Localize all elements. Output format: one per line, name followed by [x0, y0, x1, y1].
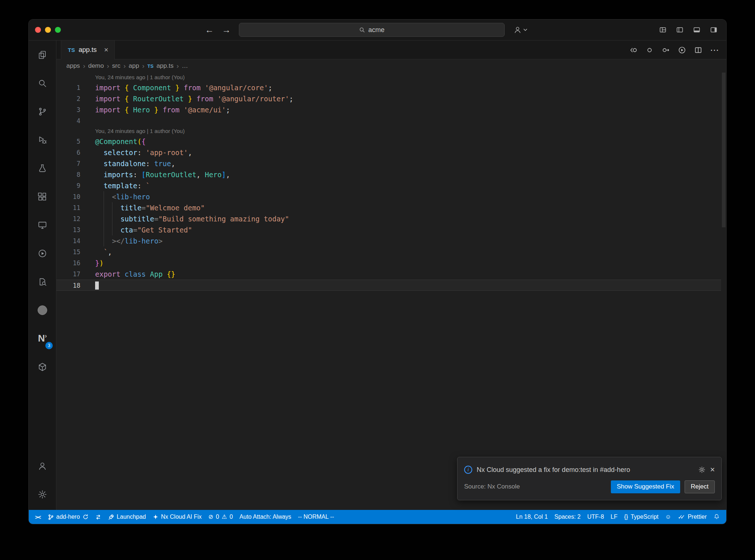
code-line-1[interactable]: 1import { Component } from '@angular/cor… [56, 82, 721, 93]
code-line-17[interactable]: 17export class App {} [56, 269, 721, 280]
code-line-13[interactable]: 13 cta="Get Started" [56, 224, 721, 235]
explorer-button[interactable] [29, 41, 56, 69]
notifications-button[interactable] [710, 510, 723, 524]
close-tab-icon[interactable]: × [104, 46, 108, 54]
circle-arrow-right-icon [662, 46, 670, 54]
sparkle-icon [153, 514, 159, 520]
zoom-window-button[interactable] [55, 27, 61, 33]
explorer-icon [38, 50, 47, 60]
breadcrumb-apps[interactable]: apps [66, 62, 80, 70]
typescript-file-icon: TS [68, 47, 75, 53]
remote-explorer-icon [38, 220, 47, 230]
cursor-position-button[interactable]: Ln 18, Col 1 [513, 510, 551, 524]
branch-button[interactable]: add-hero [44, 510, 92, 524]
breadcrumb-overflow[interactable]: … [182, 62, 188, 70]
launchpad-button[interactable]: Launchpad [105, 510, 149, 524]
encoding-label: UTF-8 [587, 514, 604, 520]
eol-button[interactable]: LF [607, 510, 621, 524]
code-line-8[interactable]: 8 imports: [RouterOutlet, Hero], [56, 169, 721, 180]
customize-layout-icon[interactable] [659, 26, 667, 34]
notification-settings-button[interactable] [698, 466, 706, 473]
search-icon [38, 78, 47, 88]
run-and-debug-button[interactable] [29, 126, 56, 154]
accounts-button[interactable] [514, 26, 527, 34]
angular-extension-button[interactable] [29, 296, 56, 324]
code-search-button[interactable] [29, 267, 56, 296]
close-window-button[interactable] [35, 27, 41, 33]
nx-console-button[interactable]: N› 3 [29, 324, 56, 353]
next-change-button[interactable] [661, 46, 670, 55]
code-line-5[interactable]: 5@Component({ [56, 136, 721, 147]
code-line-10[interactable]: 10 <lib-hero [56, 191, 721, 202]
problems-button[interactable]: ⊘ 0 ⚠ 0 [205, 510, 236, 524]
live-preview-button[interactable] [29, 239, 56, 267]
feedback-button[interactable]: ☺ [662, 510, 674, 524]
code-line-11[interactable]: 11 title="Welcmoe demo" [56, 202, 721, 213]
reject-button[interactable]: Reject [685, 480, 715, 493]
code-line-7[interactable]: 7 standalone: true, [56, 158, 721, 169]
language-mode-button[interactable]: {} TypeScript [621, 510, 662, 524]
compare-arrows-icon [95, 514, 101, 520]
breadcrumb-demo[interactable]: demo [88, 62, 104, 70]
breadcrumb-src[interactable]: src [112, 62, 121, 70]
accounts-activity-button[interactable] [29, 452, 56, 480]
show-suggested-fix-button[interactable]: Show Suggested Fix [611, 480, 680, 493]
search-button[interactable] [29, 69, 56, 97]
code-line-2[interactable]: 2import { RouterOutlet } from '@angular/… [56, 93, 721, 104]
settings-button[interactable] [29, 480, 56, 508]
formatter-label: Prettier [688, 514, 707, 520]
open-changes-button[interactable] [629, 46, 638, 55]
code-line-6[interactable]: 6 selector: 'app-root', [56, 147, 721, 158]
git-compare-button[interactable] [92, 510, 105, 524]
notification-toast: i Nx Cloud suggested a fix for demo:test… [457, 457, 722, 500]
code-line-15[interactable]: 15 `, [56, 246, 721, 258]
formatter-button[interactable]: ✓✓ Prettier [675, 510, 710, 524]
changes-indicator-button[interactable] [645, 46, 654, 55]
code-line-18[interactable]: 18 [56, 280, 721, 291]
vscode-window: ← → acme [28, 19, 727, 524]
account-icon [514, 26, 522, 34]
extensions-button[interactable] [29, 182, 56, 211]
remote-icon: >< [35, 514, 41, 520]
titlebar: ← → acme [29, 20, 726, 41]
toggle-primary-sidebar-icon[interactable] [676, 26, 683, 34]
code-line-14[interactable]: 14 ></lib-hero> [56, 235, 721, 246]
nx-cloud-ai-fix-button[interactable]: Nx Cloud AI Fix [149, 510, 205, 524]
editor-scrollbar[interactable] [721, 73, 726, 510]
source-control-button[interactable] [29, 97, 56, 126]
breadcrumb-app[interactable]: app [129, 62, 139, 70]
package-explorer-button[interactable] [29, 353, 56, 381]
encoding-button[interactable]: UTF-8 [584, 510, 607, 524]
close-notification-button[interactable]: × [710, 465, 715, 475]
code-line-3[interactable]: 3import { Hero } from '@acme/ui'; [56, 104, 721, 115]
circle-icon [646, 46, 654, 54]
more-actions-button[interactable]: ⋯ [710, 46, 719, 55]
scrollbar-thumb[interactable] [722, 73, 726, 227]
navigate-back-button[interactable]: ← [205, 25, 214, 34]
codelens-row[interactable]: You, 24 minutes ago | 1 author (You) [56, 73, 721, 82]
auto-attach-button[interactable]: Auto Attach: Always [236, 510, 295, 524]
warning-count: 0 [230, 514, 233, 520]
editor[interactable]: You, 24 minutes ago | 1 author (You)1imp… [56, 73, 726, 510]
codelens-row[interactable]: You, 24 minutes ago | 1 author (You) [56, 126, 721, 136]
remote-explorer-button[interactable] [29, 211, 56, 239]
tab-app-ts[interactable]: TS app.ts × [61, 41, 115, 59]
code-line-16[interactable]: 16}) [56, 258, 721, 269]
run-file-button[interactable] [678, 46, 686, 55]
indentation-button[interactable]: Spaces: 2 [551, 510, 584, 524]
minimize-window-button[interactable] [45, 27, 51, 33]
testing-button[interactable] [29, 154, 56, 182]
code-line-9[interactable]: 9 template: ` [56, 180, 721, 191]
breadcrumb-app-ts[interactable]: app.ts [156, 62, 173, 70]
vim-mode-indicator[interactable]: -- NORMAL -- [295, 510, 337, 524]
split-editor-button[interactable] [694, 46, 703, 55]
remote-indicator-button[interactable]: >< [32, 510, 44, 524]
command-center-search[interactable]: acme [239, 23, 505, 37]
toggle-secondary-sidebar-icon[interactable] [710, 26, 717, 34]
tab-bar: TS app.ts × [56, 41, 726, 59]
account-icon [38, 461, 47, 471]
navigate-forward-button[interactable]: → [222, 25, 231, 34]
toggle-panel-icon[interactable] [693, 26, 700, 34]
code-line-4[interactable]: 4 [56, 115, 721, 126]
code-line-12[interactable]: 12 subtitle="Build something amazing tod… [56, 213, 721, 224]
